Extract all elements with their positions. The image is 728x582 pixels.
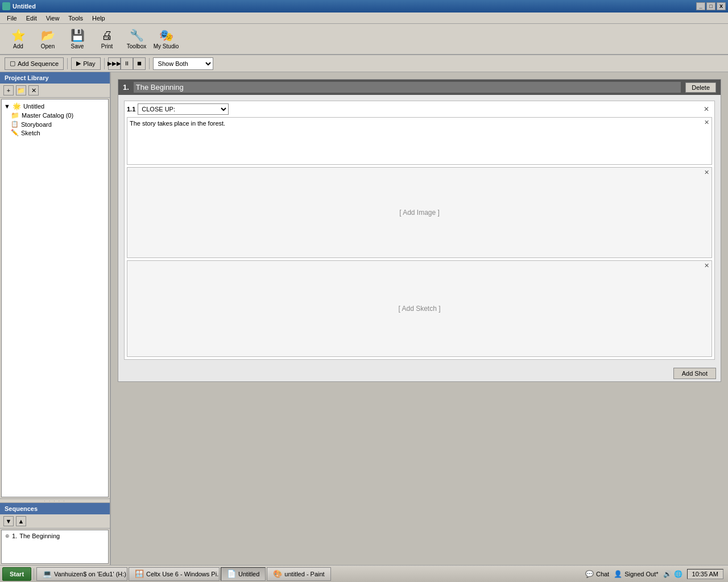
save-button[interactable]: 💾 Save <box>64 26 91 52</box>
show-select[interactable]: Show Both Show Script Show Sketches <box>153 57 213 70</box>
menu-view[interactable]: View <box>42 14 64 23</box>
print-label: Print <box>101 43 113 49</box>
taskbar-item-paint[interactable]: 🎨 untitled - Paint <box>267 567 330 581</box>
folder-button[interactable]: 📁 <box>16 85 26 95</box>
sequence-block-1: 1. Delete 1.1 CLOSE UP: MEDIUM SHOT: WID… <box>118 79 721 382</box>
action-separator-1 <box>67 58 68 69</box>
play-button[interactable]: ▶ Play <box>71 57 100 70</box>
mystudio-button[interactable]: 🎭 My Studio <box>152 26 180 52</box>
project-library-toolbar: + 📁 ✕ <box>0 84 110 98</box>
taskbar-item-untitled[interactable]: 📄 Untitled <box>221 567 266 581</box>
title-bar-controls[interactable]: _ □ X <box>696 2 726 10</box>
play-ctrl-3[interactable]: ⏹ <box>133 57 146 70</box>
maximize-button[interactable]: □ <box>706 2 715 10</box>
toolbox-button[interactable]: 🔧 Toolbox <box>123 26 150 52</box>
toolbox-icon: 🔧 <box>130 28 144 42</box>
add-sketch-panel[interactable]: ✕ [ Add Sketch ] <box>127 260 712 357</box>
tree-sketch[interactable]: ✏️ Sketch <box>11 128 106 137</box>
text-area-close-button[interactable]: ✕ <box>704 119 709 126</box>
play-icon: ▶ <box>76 60 81 67</box>
minimize-button[interactable]: _ <box>696 2 705 10</box>
delete-sequence-button[interactable]: Delete <box>685 82 716 93</box>
shot-close-button[interactable]: ✕ <box>701 105 712 114</box>
action-separator-2 <box>104 58 105 69</box>
add-button[interactable]: ⭐ Add <box>5 26 32 52</box>
tree-catalog-label: Master Catalog (0) <box>22 112 73 119</box>
shot-type-select[interactable]: CLOSE UP: MEDIUM SHOT: WIDE SHOT: EXTREM… <box>138 103 229 115</box>
open-button[interactable]: 📂 Open <box>34 26 61 52</box>
taskbar-item-explorer-label: Vanhuizen$ on 'Edu1' (H:) <box>54 571 126 577</box>
add-shot-button[interactable]: Add Shot <box>673 368 716 379</box>
add-icon: ⭐ <box>11 28 26 42</box>
untitled-icon: 📄 <box>227 569 236 578</box>
sequences-toolbar: ▼ ▲ <box>0 514 110 529</box>
add-image-label: [ Add Image ] <box>399 209 440 217</box>
taskbar-sep-1 <box>34 568 34 580</box>
add-image-panel[interactable]: ✕ [ Add Image ] <box>127 167 712 258</box>
add-sequence-button[interactable]: ▢ Add Sequence <box>5 57 64 70</box>
new-item-button[interactable]: + <box>3 85 14 95</box>
add-sequence-label: Add Sequence <box>18 60 59 67</box>
play-ctrl-1[interactable]: ▶▶▶ <box>108 57 121 70</box>
seq-up-btn[interactable]: ▲ <box>16 516 26 526</box>
net-icon: 🌐 <box>674 570 682 578</box>
seq-down-btn[interactable]: ▼ <box>3 516 14 526</box>
shot-card-1: 1.1 CLOSE UP: MEDIUM SHOT: WIDE SHOT: EX… <box>124 101 715 360</box>
sketch-doc-icon: ✏️ <box>11 129 19 136</box>
close-button[interactable]: X <box>717 2 726 10</box>
left-panel: Project Library + 📁 ✕ ▼ 🌟 Untitled 📁 Mas… <box>0 72 111 565</box>
vol-icon: 🔊 <box>663 570 672 578</box>
chat-label: Chat <box>596 571 609 577</box>
menu-file[interactable]: File <box>2 14 22 23</box>
print-icon: 🖨 <box>101 29 113 42</box>
mystudio-icon: 🎭 <box>159 28 173 42</box>
tree-children: 📁 Master Catalog (0) 📋 Storyboard ✏️ Ske… <box>11 111 106 137</box>
sequence-item-1[interactable]: ⊕ 1. The Beginning <box>3 531 107 541</box>
tree-storyboard[interactable]: 📋 Storyboard <box>11 120 106 128</box>
tree-master-catalog[interactable]: 📁 Master Catalog (0) <box>11 111 106 120</box>
systray-icons: 🔊 🌐 <box>663 570 682 578</box>
seq-item-num: 1. <box>12 533 17 539</box>
tree-folder-icon: 🌟 <box>13 102 21 110</box>
resize-bar[interactable]: · · · · · <box>0 498 110 503</box>
taskbar-item-celtx[interactable]: 🪟 Celtx Use 6 - Windows Pi... <box>129 567 220 581</box>
menu-tools[interactable]: Tools <box>64 14 88 23</box>
save-icon: 💾 <box>71 28 85 42</box>
add-sketch-label: [ Add Sketch ] <box>398 305 440 313</box>
save-label: Save <box>71 43 84 49</box>
menu-help[interactable]: Help <box>88 14 110 23</box>
sequences-list: ⊕ 1. The Beginning <box>1 530 109 564</box>
paint-icon: 🎨 <box>273 569 282 578</box>
shot-number: 1.1 <box>127 106 135 113</box>
shot-script-textarea[interactable]: The story takes place in the forest. <box>127 118 712 163</box>
clock-time: 10:35 AM <box>692 571 718 577</box>
sequence-name-input[interactable] <box>134 82 681 93</box>
tree-storyboard-label: Storyboard <box>21 121 52 128</box>
taskbar-item-explorer[interactable]: 💻 Vanhuizen$ on 'Edu1' (H:) <box>36 567 127 581</box>
taskbar-item-paint-label: untitled - Paint <box>284 571 324 577</box>
start-button[interactable]: Start <box>2 567 31 581</box>
project-tree: ▼ 🌟 Untitled 📁 Master Catalog (0) 📋 Stor… <box>1 99 109 497</box>
sketch-close-button[interactable]: ✕ <box>704 262 709 269</box>
systray-chat[interactable]: 💬 Chat <box>585 570 609 578</box>
systray-signed-out: 👤 Signed Out* <box>614 570 658 578</box>
image-close-button[interactable]: ✕ <box>704 169 709 176</box>
storyboard-doc-icon: 📋 <box>11 120 19 128</box>
taskbar-right: 💬 Chat 👤 Signed Out* 🔊 🌐 10:35 AM <box>585 569 726 579</box>
mystudio-label: My Studio <box>154 43 179 49</box>
title-bar: Untitled _ □ X <box>0 0 728 13</box>
tree-root[interactable]: ▼ 🌟 Untitled <box>4 102 106 111</box>
delete-item-button[interactable]: ✕ <box>28 85 39 95</box>
taskbar: Start 💻 Vanhuizen$ on 'Edu1' (H:) 🪟 Celt… <box>0 565 728 582</box>
add-sequence-icon: ▢ <box>10 60 15 67</box>
project-library-header: Project Library <box>0 72 110 84</box>
open-label: Open <box>41 43 55 49</box>
open-icon: 📂 <box>41 28 55 42</box>
app-title: Untitled <box>13 3 36 10</box>
menu-edit[interactable]: Edit <box>22 14 42 23</box>
play-ctrl-2[interactable]: ⏸ <box>121 57 133 70</box>
print-button[interactable]: 🖨 Print <box>93 26 121 52</box>
toolbox-label: Toolbox <box>127 43 146 49</box>
sequences-panel: Sequences ▼ ▲ ⊕ 1. The Beginning <box>0 503 110 565</box>
tree-expand-icon: ▼ <box>4 103 10 110</box>
